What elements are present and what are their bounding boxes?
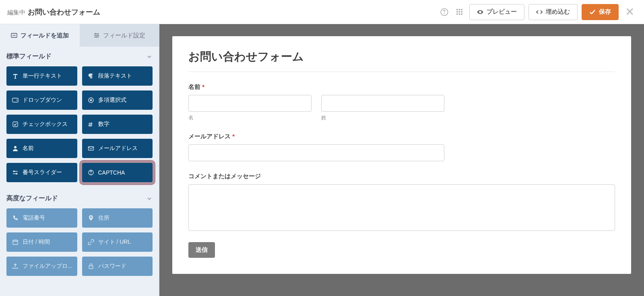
required-mark: * bbox=[202, 83, 204, 90]
field-button-slider[interactable]: 番号スライダー bbox=[6, 163, 77, 182]
field-button-label: 多項選択式 bbox=[98, 97, 126, 104]
sidebar: フィールドを追加 フィールド設定 標準フィールド 単一行テキスト段落テキストドロ… bbox=[0, 24, 159, 296]
tab-add-field[interactable]: フィールドを追加 bbox=[0, 24, 80, 47]
standard-header-label: 標準フィールド bbox=[6, 52, 52, 61]
field-button-checkbox[interactable]: チェックボックス bbox=[6, 115, 77, 134]
field-button-link[interactable]: サイト / URL bbox=[82, 232, 153, 252]
field-button-person[interactable]: 名前 bbox=[6, 139, 77, 158]
field-button-email[interactable]: メールアドレス bbox=[82, 139, 153, 158]
embed-label: 埋め込む bbox=[546, 8, 570, 16]
check-icon bbox=[589, 9, 596, 15]
comment-label: コメントまたはメッセージ bbox=[188, 173, 615, 180]
section-standard-fields[interactable]: 標準フィールド bbox=[0, 47, 159, 66]
chevron-down-icon bbox=[146, 53, 153, 60]
save-label: 保存 bbox=[599, 8, 611, 16]
sliders-icon bbox=[93, 32, 100, 39]
save-button[interactable]: 保存 bbox=[582, 4, 619, 20]
chevron-left-icon bbox=[157, 172, 160, 177]
field-button-label: 数字 bbox=[98, 121, 109, 128]
name-label: 名前 * bbox=[188, 83, 615, 91]
apps-grid-icon[interactable] bbox=[454, 6, 465, 18]
field-button-radio[interactable]: 多項選択式 bbox=[82, 90, 153, 110]
field-button-password[interactable]: パスワード bbox=[82, 257, 153, 276]
form-canvas: お問い合わせフォーム 名前 * 名 姓 bbox=[172, 36, 631, 274]
field-button-upload[interactable]: ファイルアップロ... bbox=[6, 257, 77, 276]
advanced-header-label: 高度なフィールド bbox=[6, 194, 58, 203]
field-button-label: メールアドレス bbox=[98, 145, 138, 152]
preview-label: プレビュー bbox=[487, 8, 517, 16]
field-button-label: ファイルアップロ... bbox=[23, 263, 72, 270]
field-comment: コメントまたはメッセージ bbox=[188, 173, 615, 232]
code-icon bbox=[536, 9, 543, 15]
address-icon bbox=[88, 215, 94, 221]
tab-settings-label: フィールド設定 bbox=[103, 32, 145, 39]
embed-button[interactable]: 埋め込む bbox=[528, 4, 578, 20]
last-name-sublabel: 姓 bbox=[321, 114, 444, 121]
field-button-text[interactable]: 単一行テキスト bbox=[6, 66, 77, 86]
field-button-paragraph[interactable]: 段落テキスト bbox=[82, 66, 153, 86]
field-button-dropdown[interactable]: ドロップダウン bbox=[6, 90, 77, 110]
email-icon bbox=[88, 145, 94, 152]
field-button-captcha[interactable]: CAPTCHA bbox=[82, 163, 153, 182]
radio-icon bbox=[88, 97, 94, 103]
date-icon bbox=[12, 239, 19, 245]
checkbox-icon bbox=[12, 121, 19, 127]
form-title-header: お問い合わせフォーム bbox=[28, 7, 100, 17]
header: 編集中 お問い合わせフォーム プレビュー 埋め込む 保存 ✕ bbox=[0, 0, 644, 24]
first-name-input[interactable] bbox=[188, 95, 312, 112]
submit-label: 送信 bbox=[196, 246, 208, 254]
field-button-phone[interactable]: 電話番号 bbox=[6, 208, 77, 228]
standard-field-grid: 単一行テキスト段落テキストドロップダウン多項選択式チェックボックス数字名前メール… bbox=[0, 66, 159, 189]
field-name: 名前 * 名 姓 bbox=[188, 83, 615, 121]
field-button-label: 単一行テキスト bbox=[23, 72, 62, 80]
captcha-icon bbox=[88, 169, 94, 176]
password-icon bbox=[88, 263, 94, 269]
tab-field-settings[interactable]: フィールド設定 bbox=[80, 24, 159, 47]
field-button-label: サイト / URL bbox=[98, 238, 131, 246]
field-button-number[interactable]: 数字 bbox=[82, 115, 153, 134]
paragraph-icon bbox=[88, 73, 94, 79]
field-button-date[interactable]: 日付 / 時間 bbox=[6, 232, 77, 252]
field-button-label: 名前 bbox=[23, 145, 34, 152]
field-button-label: 電話番号 bbox=[23, 214, 45, 222]
form-title: お問い合わせフォーム bbox=[188, 49, 615, 72]
last-name-input[interactable] bbox=[321, 95, 444, 112]
upload-icon bbox=[12, 263, 19, 269]
number-icon bbox=[88, 121, 94, 127]
first-name-sublabel: 名 bbox=[188, 114, 312, 121]
tab-add-label: フィールドを追加 bbox=[21, 32, 69, 39]
text-icon bbox=[12, 73, 19, 79]
required-mark: * bbox=[232, 133, 235, 140]
submit-button[interactable]: 送信 bbox=[188, 242, 215, 258]
field-button-label: 住所 bbox=[98, 214, 109, 222]
eye-icon bbox=[477, 9, 483, 15]
collapse-sidebar-button[interactable] bbox=[156, 166, 159, 183]
phone-icon bbox=[12, 215, 19, 221]
canvas-area: お問い合わせフォーム 名前 * 名 姓 bbox=[159, 24, 644, 296]
field-button-label: 日付 / 時間 bbox=[23, 238, 50, 246]
email-label: メールアドレス * bbox=[188, 133, 615, 140]
preview-button[interactable]: プレビュー bbox=[469, 4, 524, 20]
slider-icon bbox=[12, 169, 19, 176]
field-button-label: 段落テキスト bbox=[98, 72, 132, 80]
add-field-icon bbox=[11, 32, 17, 39]
field-button-label: 番号スライダー bbox=[23, 169, 62, 176]
editing-label: 編集中 bbox=[7, 9, 25, 16]
comment-textarea[interactable] bbox=[188, 184, 615, 231]
email-input[interactable] bbox=[188, 144, 444, 161]
field-email: メールアドレス * bbox=[188, 133, 615, 161]
person-icon bbox=[12, 145, 19, 152]
help-icon[interactable] bbox=[439, 6, 450, 18]
field-button-label: CAPTCHA bbox=[98, 169, 125, 176]
field-button-label: パスワード bbox=[98, 263, 126, 270]
advanced-field-grid: 電話番号住所日付 / 時間サイト / URLファイルアップロ...パスワード bbox=[0, 208, 159, 282]
link-icon bbox=[88, 239, 94, 245]
dropdown-icon bbox=[12, 97, 19, 103]
field-button-address[interactable]: 住所 bbox=[82, 208, 153, 228]
field-button-label: チェックボックス bbox=[23, 121, 68, 128]
section-advanced-fields[interactable]: 高度なフィールド bbox=[0, 189, 159, 208]
close-icon[interactable]: ✕ bbox=[623, 5, 637, 18]
chevron-down-icon bbox=[146, 195, 153, 202]
field-button-label: ドロップダウン bbox=[23, 97, 62, 104]
